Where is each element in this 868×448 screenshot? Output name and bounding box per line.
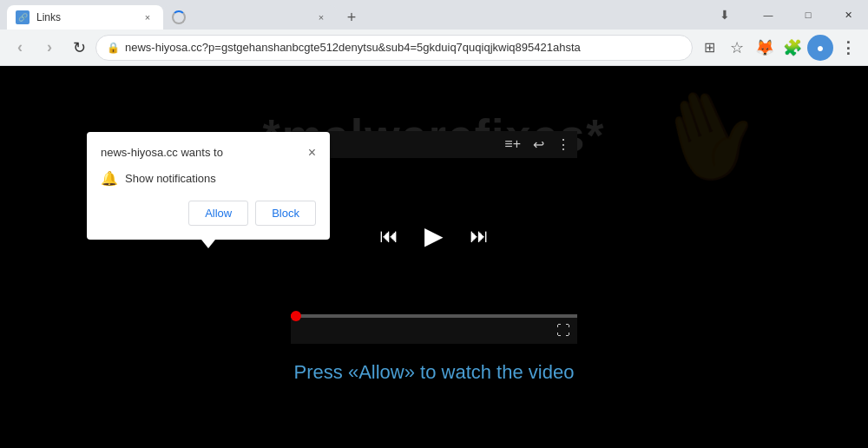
video-screen: ⏮ ▶ ⏭ xyxy=(291,158,577,314)
menu-icon[interactable]: ⋮ xyxy=(835,35,861,61)
new-tab-button[interactable]: + xyxy=(337,5,366,30)
tab-close-btn[interactable]: × xyxy=(141,10,155,24)
bookmark-star-icon[interactable]: ☆ xyxy=(724,35,750,61)
popup-notification-label: Show notifications xyxy=(125,172,216,185)
address-bar[interactable]: 🔒 news-hiyosa.cc?p=gstgehanshanbcgte512d… xyxy=(95,35,693,61)
page-content: ✋ *malwarefixes* ≡+ ↩ ⋮ ⏮ ▶ ⏭ ⛶ Press «A… xyxy=(0,66,868,448)
share-icon[interactable]: ↩ xyxy=(533,136,544,153)
next-button[interactable]: ⏭ xyxy=(470,225,489,247)
tab-title: Links xyxy=(36,11,134,23)
downloads-icon[interactable]: ⬇ xyxy=(705,0,745,30)
video-progress-bar[interactable] xyxy=(291,314,577,318)
fox-icon[interactable]: 🦊 xyxy=(752,35,778,61)
window-controls: — □ ✕ xyxy=(748,0,868,30)
bell-icon: 🔔 xyxy=(101,170,118,187)
popup-close-button[interactable]: × xyxy=(308,146,316,160)
toolbar: ‹ › ↻ 🔒 news-hiyosa.cc?p=gstgehanshanbcg… xyxy=(0,30,868,66)
tab-strip: 🔗 Links × × + xyxy=(0,0,705,30)
prev-button[interactable]: ⏮ xyxy=(379,225,398,247)
popup-arrow xyxy=(201,240,215,248)
video-top-bar: ≡+ ↩ ⋮ xyxy=(291,131,577,158)
lock-icon: 🔒 xyxy=(107,42,120,54)
back-button[interactable]: ‹ xyxy=(7,35,33,61)
popup-header: news-hiyosa.cc wants to × xyxy=(101,146,316,160)
extensions-grid-icon[interactable]: ⊞ xyxy=(696,35,722,61)
tab-loading-close[interactable]: × xyxy=(314,10,328,24)
video-bottom-bar: ⛶ xyxy=(291,318,577,344)
puzzle-icon[interactable]: 🧩 xyxy=(779,35,806,61)
watermark-hand: ✋ xyxy=(641,68,779,201)
titlebar: 🔗 Links × × + ⬇ — □ ✕ xyxy=(0,0,868,30)
notification-popup: news-hiyosa.cc wants to × 🔔 Show notific… xyxy=(87,132,330,240)
video-player: ≡+ ↩ ⋮ ⏮ ▶ ⏭ ⛶ xyxy=(291,131,577,344)
block-button[interactable]: Block xyxy=(255,201,316,226)
fullscreen-button[interactable]: ⛶ xyxy=(556,323,570,339)
tab-links[interactable]: 🔗 Links × xyxy=(7,5,163,30)
more-icon[interactable]: ⋮ xyxy=(556,136,570,153)
tab-loading[interactable]: × xyxy=(163,5,337,30)
allow-button[interactable]: Allow xyxy=(188,201,248,226)
profile-button[interactable]: ● xyxy=(807,35,833,61)
toolbar-right: ⊞ ☆ 🦊 🧩 ● ⋮ xyxy=(696,35,861,61)
popup-actions: Allow Block xyxy=(101,201,316,226)
minimize-button[interactable]: — xyxy=(748,0,788,30)
maximize-button[interactable]: □ xyxy=(788,0,828,30)
refresh-button[interactable]: ↻ xyxy=(66,35,92,61)
popup-title: news-hiyosa.cc wants to xyxy=(101,146,223,159)
play-button[interactable]: ▶ xyxy=(424,221,444,250)
loading-spinner xyxy=(172,10,186,24)
close-button[interactable]: ✕ xyxy=(828,0,868,30)
forward-button[interactable]: › xyxy=(36,35,62,61)
video-progress-dot xyxy=(291,311,301,321)
url-text: news-hiyosa.cc?p=gstgehanshanbcgte512den… xyxy=(125,41,681,54)
tab-favicon: 🔗 xyxy=(16,10,30,24)
popup-notification-row: 🔔 Show notifications xyxy=(101,170,316,187)
playlist-icon[interactable]: ≡+ xyxy=(504,136,521,152)
press-allow-text: Press «Allow» to watch the video xyxy=(294,361,575,384)
